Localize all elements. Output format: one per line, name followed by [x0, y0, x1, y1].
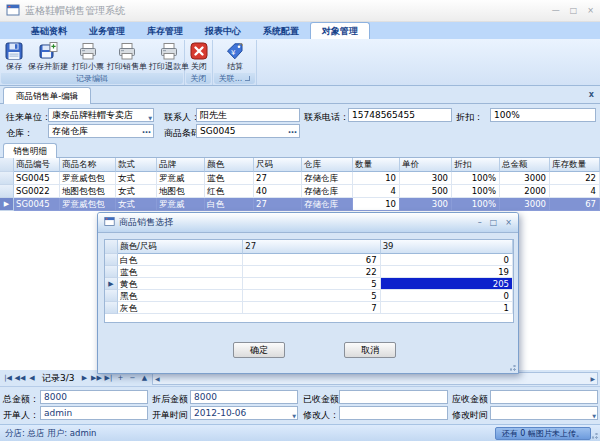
dialog-grid[interactable]: 颜色/尺码2739白色670蓝色2219▶黄色5205黑色50灰色71 [104, 239, 514, 323]
grid-cell[interactable]: 3000 [500, 198, 550, 211]
grid-cell[interactable]: 4 [550, 185, 600, 198]
grid-cell[interactable]: 罗意威包包 [60, 198, 116, 211]
column-header[interactable]: 颜色/尺码 [118, 240, 243, 254]
grid-cell[interactable]: 黄色 [118, 278, 243, 290]
table-row[interactable]: SG0022地图包包包女式地图包红色40存储仓库4500100%20004 [0, 185, 600, 198]
grid-cell[interactable]: 地图包包包 [60, 185, 116, 198]
grid-cell[interactable]: 67 [550, 198, 600, 211]
dialog-titlebar[interactable]: 商品销售选择 – □ × [98, 213, 518, 233]
nav-delete-button[interactable]: − [126, 374, 138, 382]
phone-field[interactable]: 15748565455 [348, 108, 452, 122]
grid-cell[interactable]: 5 [243, 278, 380, 290]
chevron-down-icon[interactable]: ▼ [292, 410, 296, 420]
grid-cell[interactable]: 蓝色 [205, 172, 254, 185]
column-header[interactable]: 单价 [400, 158, 452, 172]
grid-cell[interactable]: 蓝色 [118, 266, 243, 278]
dialog-minimize-button[interactable]: – [478, 218, 482, 227]
nav-edit-button[interactable]: ▲ [138, 374, 150, 382]
settle-button[interactable]: ¥ 结算 [215, 40, 255, 73]
table-row[interactable]: 蓝色2219 [105, 266, 513, 278]
document-tab-sale-edit[interactable]: 商品销售单-编辑 [3, 87, 91, 104]
column-header[interactable]: 折扣 [452, 158, 500, 172]
grid-cell[interactable]: 67 [243, 254, 380, 266]
table-row[interactable]: 黑色50 [105, 290, 513, 302]
grid-cell[interactable]: 27 [254, 198, 302, 211]
modifier-field[interactable] [339, 406, 448, 420]
ribbon-tab-system-config[interactable]: 系统配置 [252, 23, 310, 39]
column-header[interactable]: 商品编号 [14, 158, 60, 172]
grid-cell[interactable]: 黑色 [118, 290, 243, 302]
grid-cell[interactable]: 500 [400, 185, 452, 198]
grid-cell[interactable]: SG0045 [14, 172, 60, 185]
ellipsis-icon[interactable]: … [288, 124, 297, 136]
grid-cell[interactable]: 0 [381, 254, 513, 266]
nav-first-button[interactable]: |◀ [2, 374, 14, 382]
ribbon-tab-basic-data[interactable]: 基础资料 [20, 23, 78, 39]
scroll-right-icon[interactable]: ▶ [590, 375, 595, 382]
grid-cell[interactable]: 7 [243, 302, 380, 314]
statusbar-upload-notice[interactable]: 还有 0 幅图片未上传。 [495, 427, 591, 440]
grid-cell[interactable]: 红色 [205, 185, 254, 198]
table-row[interactable]: 灰色71 [105, 302, 513, 314]
chevron-down-icon[interactable]: ▼ [148, 112, 152, 122]
creator-field[interactable]: admin [40, 406, 148, 420]
grid-cell[interactable]: 0 [381, 290, 513, 302]
minimize-button[interactable]: — [552, 6, 560, 15]
save-button[interactable]: 保存 [2, 40, 26, 73]
create-time-dropdown[interactable]: 2012-10-06 ▼ [190, 406, 298, 420]
grid-cell[interactable]: 100% [452, 185, 500, 198]
close-form-button[interactable]: 关闭 [187, 40, 211, 73]
titlebar[interactable]: 蓝格鞋帽销售管理系统 — □ × [0, 0, 600, 22]
grid-cell[interactable]: 22 [243, 266, 380, 278]
column-header[interactable]: 尺码 [254, 158, 302, 172]
column-header[interactable]: 总金额 [500, 158, 550, 172]
grid-cell[interactable]: 300 [400, 198, 452, 211]
column-header[interactable]: 27 [243, 240, 380, 254]
maximize-button[interactable]: □ [570, 6, 578, 15]
grid-cell[interactable]: 1 [381, 302, 513, 314]
close-button[interactable]: × [587, 6, 594, 15]
grid-cell[interactable]: 存储仓库 [302, 172, 353, 185]
grid-cell[interactable]: 存储仓库 [302, 185, 353, 198]
grid-cell[interactable]: 灰色 [118, 302, 243, 314]
grid-cell[interactable]: 10 [353, 198, 400, 211]
grid-cell[interactable]: 白色 [205, 198, 254, 211]
customer-dropdown[interactable]: 康奈品牌鞋帽专卖店 ▼ [48, 108, 154, 122]
save-and-new-button[interactable]: 保存并新建 [26, 40, 70, 73]
ok-button[interactable]: 确定 [233, 342, 285, 358]
column-header[interactable]: 款式 [116, 158, 157, 172]
nav-last-button[interactable]: ▶| [102, 374, 114, 382]
grid-cell[interactable]: 19 [381, 266, 513, 278]
grid-cell[interactable]: 罗意威 [157, 198, 205, 211]
nav-prev-button[interactable]: ◀ [26, 374, 38, 382]
print-receipt-button[interactable]: 打印小票 [70, 40, 106, 73]
ribbon-tab-reports[interactable]: 报表中心 [194, 23, 252, 39]
discounted-amount-field[interactable]: 8000 [190, 390, 298, 404]
column-header[interactable]: 数量 [353, 158, 400, 172]
nav-prev-page-button[interactable]: ◀◀ [14, 374, 26, 382]
column-header[interactable]: 品牌 [157, 158, 205, 172]
discount-field[interactable]: 100% [490, 108, 596, 122]
grid-cell[interactable]: 4 [353, 185, 400, 198]
total-amount-field[interactable]: 8000 [40, 390, 148, 404]
received-amount-field[interactable] [339, 390, 448, 404]
column-header[interactable]: 39 [381, 240, 513, 254]
nav-next-page-button[interactable]: ▶▶ [90, 374, 102, 382]
grid-cell[interactable]: 女式 [116, 198, 157, 211]
ellipsis-icon[interactable]: … [142, 124, 151, 136]
grid-cell[interactable]: 罗意威包包 [60, 172, 116, 185]
dialog-launcher-icon[interactable] [245, 76, 250, 81]
grid-cell[interactable]: 2000 [500, 185, 550, 198]
barcode-picker[interactable]: SG0045 … [196, 124, 300, 138]
chevron-down-icon[interactable]: ▼ [592, 410, 596, 420]
column-header[interactable]: 商品名称 [60, 158, 116, 172]
grid-cell[interactable]: 22 [550, 172, 600, 185]
table-row[interactable]: 白色670 [105, 254, 513, 266]
nav-next-button[interactable]: ▶ [78, 374, 90, 382]
grid-cell[interactable]: SG0045 [14, 198, 60, 211]
product-sale-select-dialog[interactable]: 商品销售选择 – □ × 颜色/尺码2739白色670蓝色2219▶黄色5205… [97, 212, 519, 374]
table-row[interactable]: ▶黄色5205 [105, 278, 513, 290]
document-close-icon[interactable]: x [589, 90, 594, 99]
grid-cell[interactable]: 白色 [118, 254, 243, 266]
grid-cell[interactable]: 27 [254, 172, 302, 185]
